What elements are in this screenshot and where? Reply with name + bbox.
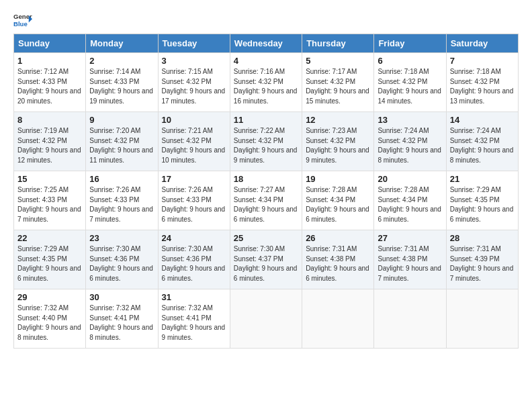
header: General Blue — [13, 11, 519, 30]
calendar-cell: 22 Sunrise: 7:29 AMSunset: 4:35 PMDaylig… — [14, 230, 86, 289]
calendar-day-header: Friday — [374, 34, 446, 53]
day-number: 22 — [17, 233, 82, 243]
day-number: 30 — [89, 292, 154, 302]
cell-content: Sunrise: 7:17 AMSunset: 4:32 PMDaylight:… — [306, 67, 370, 106]
calendar-cell — [446, 289, 518, 349]
day-number: 28 — [450, 233, 515, 243]
calendar-cell: 17 Sunrise: 7:26 AMSunset: 4:33 PMDaylig… — [158, 171, 230, 230]
calendar-cell: 31 Sunrise: 7:32 AMSunset: 4:41 PMDaylig… — [158, 289, 230, 349]
calendar-cell: 11 Sunrise: 7:22 AMSunset: 4:32 PMDaylig… — [230, 112, 302, 171]
cell-content: Sunrise: 7:27 AMSunset: 4:34 PMDaylight:… — [234, 185, 298, 224]
page-container: General Blue SundayMondayTuesdayWednesda… — [0, 0, 532, 355]
day-number: 6 — [378, 56, 442, 66]
calendar-cell: 23 Sunrise: 7:30 AMSunset: 4:36 PMDaylig… — [86, 230, 158, 289]
logo-icon: General Blue — [13, 11, 32, 30]
cell-content: Sunrise: 7:28 AMSunset: 4:34 PMDaylight:… — [306, 185, 370, 224]
cell-content: Sunrise: 7:15 AMSunset: 4:32 PMDaylight:… — [162, 67, 226, 106]
day-number: 24 — [162, 233, 226, 243]
day-number: 31 — [162, 292, 226, 302]
day-number: 8 — [17, 115, 82, 125]
day-number: 16 — [89, 174, 154, 184]
calendar-cell: 30 Sunrise: 7:32 AMSunset: 4:41 PMDaylig… — [86, 289, 158, 349]
calendar-cell: 12 Sunrise: 7:23 AMSunset: 4:32 PMDaylig… — [302, 112, 374, 171]
calendar-day-header: Tuesday — [158, 34, 230, 53]
calendar-week-row: 29 Sunrise: 7:32 AMSunset: 4:40 PMDaylig… — [14, 289, 519, 349]
cell-content: Sunrise: 7:31 AMSunset: 4:39 PMDaylight:… — [450, 244, 515, 283]
day-number: 14 — [450, 115, 515, 125]
calendar-week-row: 22 Sunrise: 7:29 AMSunset: 4:35 PMDaylig… — [14, 230, 519, 289]
calendar-cell: 2 Sunrise: 7:14 AMSunset: 4:33 PMDayligh… — [86, 53, 158, 112]
cell-content: Sunrise: 7:30 AMSunset: 4:36 PMDaylight:… — [162, 244, 226, 283]
day-number: 21 — [450, 174, 515, 184]
day-number: 27 — [378, 233, 442, 243]
calendar-cell: 21 Sunrise: 7:29 AMSunset: 4:35 PMDaylig… — [446, 171, 518, 230]
calendar-cell: 7 Sunrise: 7:18 AMSunset: 4:32 PMDayligh… — [446, 53, 518, 112]
calendar-cell: 3 Sunrise: 7:15 AMSunset: 4:32 PMDayligh… — [158, 53, 230, 112]
cell-content: Sunrise: 7:14 AMSunset: 4:33 PMDaylight:… — [89, 67, 154, 106]
calendar-cell: 8 Sunrise: 7:19 AMSunset: 4:32 PMDayligh… — [14, 112, 86, 171]
day-number: 3 — [162, 56, 226, 66]
cell-content: Sunrise: 7:18 AMSunset: 4:32 PMDaylight:… — [450, 67, 515, 106]
day-number: 23 — [89, 233, 154, 243]
calendar-cell: 26 Sunrise: 7:31 AMSunset: 4:38 PMDaylig… — [302, 230, 374, 289]
calendar-cell: 6 Sunrise: 7:18 AMSunset: 4:32 PMDayligh… — [374, 53, 446, 112]
day-number: 1 — [17, 56, 82, 66]
calendar-day-header: Thursday — [302, 34, 374, 53]
calendar-cell: 13 Sunrise: 7:24 AMSunset: 4:32 PMDaylig… — [374, 112, 446, 171]
day-number: 5 — [306, 56, 370, 66]
calendar-cell: 19 Sunrise: 7:28 AMSunset: 4:34 PMDaylig… — [302, 171, 374, 230]
day-number: 15 — [17, 174, 82, 184]
day-number: 25 — [234, 233, 298, 243]
calendar-table: SundayMondayTuesdayWednesdayThursdayFrid… — [13, 34, 519, 349]
cell-content: Sunrise: 7:19 AMSunset: 4:32 PMDaylight:… — [17, 126, 82, 165]
day-number: 20 — [378, 174, 442, 184]
day-number: 12 — [306, 115, 370, 125]
calendar-week-row: 15 Sunrise: 7:25 AMSunset: 4:33 PMDaylig… — [14, 171, 519, 230]
calendar-cell: 16 Sunrise: 7:26 AMSunset: 4:33 PMDaylig… — [86, 171, 158, 230]
cell-content: Sunrise: 7:18 AMSunset: 4:32 PMDaylight:… — [378, 67, 442, 106]
day-number: 9 — [89, 115, 154, 125]
day-number: 10 — [162, 115, 226, 125]
day-number: 26 — [306, 233, 370, 243]
calendar-cell: 5 Sunrise: 7:17 AMSunset: 4:32 PMDayligh… — [302, 53, 374, 112]
cell-content: Sunrise: 7:30 AMSunset: 4:37 PMDaylight:… — [234, 244, 298, 283]
cell-content: Sunrise: 7:31 AMSunset: 4:38 PMDaylight:… — [378, 244, 442, 283]
cell-content: Sunrise: 7:24 AMSunset: 4:32 PMDaylight:… — [450, 126, 515, 165]
day-number: 19 — [306, 174, 370, 184]
calendar-cell: 18 Sunrise: 7:27 AMSunset: 4:34 PMDaylig… — [230, 171, 302, 230]
day-number: 17 — [162, 174, 226, 184]
day-number: 11 — [234, 115, 298, 125]
calendar-cell: 24 Sunrise: 7:30 AMSunset: 4:36 PMDaylig… — [158, 230, 230, 289]
calendar-cell: 28 Sunrise: 7:31 AMSunset: 4:39 PMDaylig… — [446, 230, 518, 289]
calendar-cell: 25 Sunrise: 7:30 AMSunset: 4:37 PMDaylig… — [230, 230, 302, 289]
calendar-cell: 29 Sunrise: 7:32 AMSunset: 4:40 PMDaylig… — [14, 289, 86, 349]
cell-content: Sunrise: 7:16 AMSunset: 4:32 PMDaylight:… — [234, 67, 298, 106]
calendar-cell: 10 Sunrise: 7:21 AMSunset: 4:32 PMDaylig… — [158, 112, 230, 171]
cell-content: Sunrise: 7:20 AMSunset: 4:32 PMDaylight:… — [89, 126, 154, 165]
cell-content: Sunrise: 7:24 AMSunset: 4:32 PMDaylight:… — [378, 126, 442, 165]
cell-content: Sunrise: 7:29 AMSunset: 4:35 PMDaylight:… — [17, 244, 82, 283]
calendar-cell: 4 Sunrise: 7:16 AMSunset: 4:32 PMDayligh… — [230, 53, 302, 112]
cell-content: Sunrise: 7:22 AMSunset: 4:32 PMDaylight:… — [234, 126, 298, 165]
day-number: 18 — [234, 174, 298, 184]
cell-content: Sunrise: 7:21 AMSunset: 4:32 PMDaylight:… — [162, 126, 226, 165]
calendar-cell: 15 Sunrise: 7:25 AMSunset: 4:33 PMDaylig… — [14, 171, 86, 230]
cell-content: Sunrise: 7:26 AMSunset: 4:33 PMDaylight:… — [162, 185, 226, 224]
day-number: 13 — [378, 115, 442, 125]
calendar-week-row: 8 Sunrise: 7:19 AMSunset: 4:32 PMDayligh… — [14, 112, 519, 171]
calendar-cell — [302, 289, 374, 349]
cell-content: Sunrise: 7:29 AMSunset: 4:35 PMDaylight:… — [450, 185, 515, 224]
calendar-cell: 1 Sunrise: 7:12 AMSunset: 4:33 PMDayligh… — [14, 53, 86, 112]
calendar-cell: 20 Sunrise: 7:28 AMSunset: 4:34 PMDaylig… — [374, 171, 446, 230]
calendar-cell — [230, 289, 302, 349]
calendar-header-row: SundayMondayTuesdayWednesdayThursdayFrid… — [14, 34, 519, 53]
cell-content: Sunrise: 7:32 AMSunset: 4:40 PMDaylight:… — [17, 304, 82, 342]
calendar-week-row: 1 Sunrise: 7:12 AMSunset: 4:33 PMDayligh… — [14, 53, 519, 112]
cell-content: Sunrise: 7:26 AMSunset: 4:33 PMDaylight:… — [89, 185, 154, 224]
calendar-day-header: Monday — [86, 34, 158, 53]
cell-content: Sunrise: 7:12 AMSunset: 4:33 PMDaylight:… — [17, 67, 82, 106]
calendar-day-header: Wednesday — [230, 34, 302, 53]
calendar-cell — [374, 289, 446, 349]
cell-content: Sunrise: 7:32 AMSunset: 4:41 PMDaylight:… — [162, 304, 226, 342]
cell-content: Sunrise: 7:30 AMSunset: 4:36 PMDaylight:… — [89, 244, 154, 283]
